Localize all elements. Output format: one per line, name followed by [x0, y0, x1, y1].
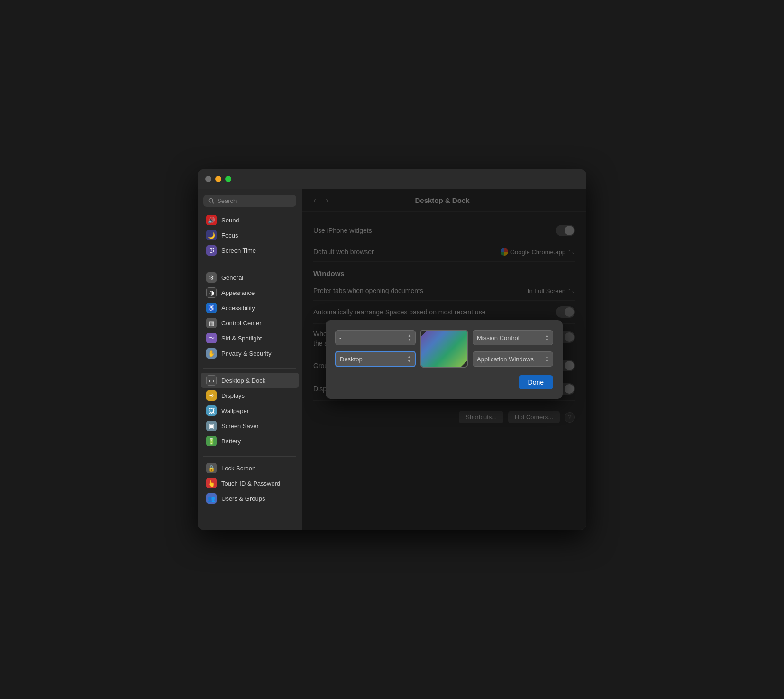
app-window: 🔊 Sound 🌙 Focus ⏱ Screen Time ⚙ General — [198, 169, 586, 530]
sidebar-section-3: ▭ Desktop & Dock ☀ Displays 🖼 Wallpaper … — [198, 373, 302, 449]
sidebar-section-1: 🔊 Sound 🌙 Focus ⏱ Screen Time — [198, 212, 302, 258]
search-container — [198, 195, 302, 212]
sidebar-item-label: Displays — [221, 392, 245, 399]
sidebar-item-control-center[interactable]: ▦ Control Center — [201, 315, 299, 331]
search-box[interactable] — [203, 195, 296, 207]
sidebar-item-label: Wallpaper — [221, 407, 249, 414]
sidebar: 🔊 Sound 🌙 Focus ⏱ Screen Time ⚙ General — [198, 189, 302, 530]
sidebar-item-label: Desktop & Dock — [221, 377, 265, 384]
sidebar-item-appearance[interactable]: ◑ Appearance — [201, 285, 299, 300]
chevron-updown-icon: ▲▼ — [408, 333, 411, 342]
sidebar-item-sound[interactable]: 🔊 Sound — [201, 212, 299, 228]
sidebar-item-desktop-dock[interactable]: ▭ Desktop & Dock — [201, 373, 299, 388]
control-center-icon: ▦ — [206, 318, 217, 328]
sidebar-item-label: Touch ID & Password — [221, 480, 280, 487]
corner-br — [461, 361, 467, 367]
battery-icon: 🔋 — [206, 436, 217, 446]
wallpaper-preview — [420, 330, 468, 368]
modal-dialog: - ▲▼ Mission Control — [326, 320, 563, 399]
sidebar-divider-2 — [203, 368, 296, 369]
sidebar-item-label: Users & Groups — [221, 495, 265, 502]
sidebar-section-2: ⚙ General ◑ Appearance ♿ Accessibility ▦… — [198, 270, 302, 361]
sidebar-item-lock-screen[interactable]: 🔒 Lock Screen — [201, 460, 299, 476]
sidebar-item-displays[interactable]: ☀ Displays — [201, 388, 299, 403]
modal-done-row: Done — [335, 375, 553, 389]
sidebar-section-4: 🔒 Lock Screen 👆 Touch ID & Password 👥 Us… — [198, 460, 302, 506]
modal-select-tr-value: Mission Control — [477, 334, 520, 341]
modal-select-tl-value: - — [339, 334, 341, 341]
minimize-button[interactable] — [215, 176, 221, 182]
chevron-updown-icon: ▲▼ — [407, 355, 411, 363]
modal-select-br-value: Application Windows — [477, 356, 534, 363]
done-button[interactable]: Done — [519, 375, 553, 389]
displays-icon: ☀ — [206, 390, 217, 401]
modal-grid: - ▲▼ Mission Control — [335, 330, 553, 368]
sidebar-item-general[interactable]: ⚙ General — [201, 270, 299, 285]
modal-select-top-left[interactable]: - ▲▼ — [335, 330, 416, 345]
close-button[interactable] — [205, 176, 211, 182]
users-groups-icon: 👥 — [206, 493, 217, 504]
chevron-updown-icon: ▲▼ — [545, 355, 549, 363]
sidebar-item-accessibility[interactable]: ♿ Accessibility — [201, 300, 299, 315]
maximize-button[interactable] — [225, 176, 231, 182]
modal-select-bottom-left[interactable]: Desktop ▲▼ — [335, 351, 416, 367]
sidebar-item-label: Siri & Spotlight — [221, 335, 262, 342]
sidebar-item-label: Screen Time — [221, 247, 256, 254]
corner-tl — [421, 331, 427, 336]
modal-select-top-right[interactable]: Mission Control ▲▼ — [473, 330, 553, 345]
sidebar-item-label: Battery — [221, 438, 241, 445]
sidebar-item-screen-saver[interactable]: ▣ Screen Saver — [201, 418, 299, 433]
touch-id-icon: 👆 — [206, 478, 217, 488]
sidebar-item-label: Appearance — [221, 289, 255, 296]
sidebar-item-screen-time[interactable]: ⏱ Screen Time — [201, 243, 299, 258]
siri-icon: 〜 — [206, 333, 217, 343]
search-input[interactable] — [217, 197, 292, 204]
sidebar-item-wallpaper[interactable]: 🖼 Wallpaper — [201, 403, 299, 418]
title-bar — [198, 169, 586, 189]
svg-line-1 — [212, 202, 214, 203]
modal-select-bottom-right[interactable]: Application Windows ▲▼ — [473, 351, 553, 367]
wallpaper-icon: 🖼 — [206, 405, 217, 416]
modal-overlay: - ▲▼ Mission Control — [302, 189, 586, 530]
sidebar-item-label: General — [221, 274, 243, 281]
general-icon: ⚙ — [206, 272, 217, 283]
focus-icon: 🌙 — [206, 230, 217, 240]
sidebar-divider-3 — [203, 456, 296, 457]
sound-icon: 🔊 — [206, 215, 217, 225]
appearance-icon: ◑ — [206, 287, 217, 298]
sidebar-item-siri[interactable]: 〜 Siri & Spotlight — [201, 331, 299, 346]
search-icon — [208, 198, 214, 204]
lock-screen-icon: 🔒 — [206, 463, 217, 473]
main-layout: 🔊 Sound 🌙 Focus ⏱ Screen Time ⚙ General — [198, 189, 586, 530]
content-area: ‹ › Desktop & Dock Use iPhone widgets De… — [302, 189, 586, 530]
sidebar-item-touch-id[interactable]: 👆 Touch ID & Password — [201, 476, 299, 491]
sidebar-item-label: Focus — [221, 232, 238, 239]
desktop-dock-icon: ▭ — [206, 375, 217, 386]
screen-time-icon: ⏱ — [206, 245, 217, 256]
modal-select-bl-value: Desktop — [340, 356, 363, 363]
sidebar-item-label: Screen Saver — [221, 423, 259, 430]
wallpaper-gradient — [421, 331, 467, 367]
sidebar-item-label: Sound — [221, 217, 239, 224]
sidebar-item-users-groups[interactable]: 👥 Users & Groups — [201, 491, 299, 506]
sidebar-item-label: Lock Screen — [221, 465, 255, 472]
sidebar-item-privacy[interactable]: ✋ Privacy & Security — [201, 346, 299, 361]
sidebar-item-battery[interactable]: 🔋 Battery — [201, 433, 299, 449]
sidebar-item-label: Privacy & Security — [221, 350, 271, 357]
sidebar-divider-1 — [203, 266, 296, 266]
accessibility-icon: ♿ — [206, 303, 217, 313]
sidebar-item-label: Control Center — [221, 320, 262, 327]
privacy-icon: ✋ — [206, 348, 217, 359]
chevron-updown-icon: ▲▼ — [545, 333, 549, 342]
traffic-lights — [205, 176, 231, 182]
sidebar-item-focus[interactable]: 🌙 Focus — [201, 228, 299, 243]
sidebar-item-label: Accessibility — [221, 304, 255, 312]
screen-saver-icon: ▣ — [206, 421, 217, 431]
